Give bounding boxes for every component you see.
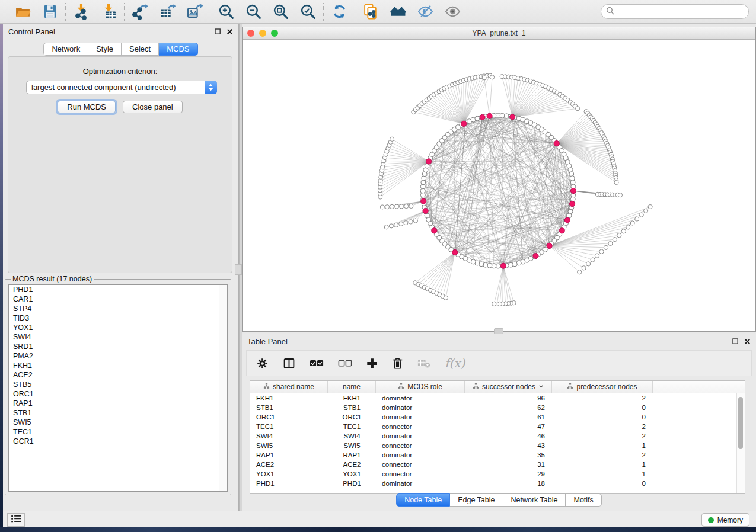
close-window-button[interactable] [247, 30, 254, 37]
table-column-icon [473, 383, 479, 391]
close-panel-button[interactable]: Close panel [123, 101, 183, 113]
cell-name: ACE2 [328, 460, 376, 469]
delete-table-icon [417, 358, 430, 368]
network-overview-icon[interactable] [390, 4, 406, 20]
cell-shared_name: PHD1 [250, 479, 328, 488]
delete-column-icon[interactable] [392, 357, 403, 370]
close-table-panel-icon[interactable] [744, 338, 751, 345]
column-header-mcds_role[interactable]: MCDS role [376, 381, 465, 393]
tab-network[interactable]: Network [43, 43, 88, 56]
close-panel-icon[interactable] [227, 28, 233, 35]
node-table[interactable]: shared namenameMCDS rolesuccessor nodesp… [250, 380, 745, 494]
column-header-name[interactable]: name [328, 381, 376, 393]
zoom-selected-icon[interactable] [299, 4, 316, 20]
table-row[interactable]: YOX1YOX1connector291 [250, 469, 745, 479]
hide-graphics-details-icon[interactable] [417, 4, 433, 20]
list-item[interactable]: GCR1 [9, 437, 227, 446]
list-item[interactable]: ORC1 [9, 389, 227, 399]
share-document-icon[interactable] [362, 4, 379, 20]
search-box[interactable] [601, 4, 749, 19]
show-graphics-details-icon[interactable] [444, 4, 461, 20]
memory-button[interactable]: Memory [701, 513, 749, 527]
zoom-in-icon[interactable] [218, 4, 234, 20]
list-item[interactable]: RAP1 [9, 399, 227, 408]
tab-motifs[interactable]: Motifs [566, 493, 601, 507]
column-header-predecessor_nodes[interactable]: predecessor nodes [552, 381, 653, 393]
tab-select[interactable]: Select [122, 43, 159, 56]
save-session-icon[interactable] [42, 4, 58, 20]
table-row[interactable]: SWI4SWI4dominator462 [250, 431, 745, 441]
tab-style[interactable]: Style [88, 43, 122, 56]
list-item[interactable]: CAR1 [9, 294, 227, 304]
settings-gear-icon[interactable] [256, 357, 269, 370]
cell-mcds_role: connector [376, 460, 465, 469]
table-scrollbar[interactable] [736, 393, 745, 493]
network-window-titlebar[interactable]: YPA_prune.txt_1 [243, 27, 755, 40]
minimize-window-button[interactable] [259, 30, 266, 37]
column-header-shared_name[interactable]: shared name [250, 381, 328, 393]
mcds-result-list[interactable]: PHD1CAR1STP4TID3YOX1SWI4SRD1PMA2FKH1ACE2… [8, 284, 228, 492]
cell-mcds_role: dominator [376, 393, 465, 403]
cell-successor_nodes: 96 [465, 393, 552, 403]
table-scrollbar-thumb[interactable] [738, 397, 743, 449]
tab-node-table[interactable]: Node Table [396, 493, 450, 507]
list-item[interactable]: FKH1 [9, 361, 227, 370]
network-graph[interactable] [243, 39, 755, 331]
list-item[interactable]: SWI4 [9, 332, 227, 342]
export-image-icon[interactable] [186, 4, 203, 20]
float-table-panel-icon[interactable] [732, 338, 739, 345]
zoom-fit-icon[interactable] [272, 4, 289, 20]
export-table-icon[interactable] [159, 4, 176, 20]
column-layout-icon[interactable] [283, 357, 295, 370]
list-item[interactable]: STB5 [9, 380, 227, 389]
cell-name: PHD1 [328, 479, 376, 488]
cell-predecessor_nodes: 2 [552, 393, 653, 403]
cell-mcds_role: dominator [376, 431, 465, 441]
list-item[interactable]: SWI5 [9, 418, 227, 427]
optimization-criterion-select[interactable]: largest connected component (undirected) [26, 81, 217, 94]
list-item[interactable]: PMA2 [9, 351, 227, 361]
zoom-out-icon[interactable] [245, 4, 261, 20]
import-network-icon[interactable] [73, 4, 90, 20]
add-column-icon[interactable] [366, 358, 378, 369]
search-input[interactable] [618, 7, 744, 17]
mcds-list-scrollbar[interactable] [219, 285, 227, 491]
table-row[interactable]: PHD1PHD1dominator180 [250, 479, 745, 488]
tab-mcds[interactable]: MCDS [159, 43, 197, 56]
list-item[interactable]: TEC1 [9, 427, 227, 437]
deselect-all-icon[interactable] [338, 359, 352, 368]
cell-successor_nodes: 43 [465, 441, 552, 450]
list-item[interactable]: TID3 [9, 313, 227, 323]
list-item[interactable]: STB1 [9, 408, 227, 418]
table-row[interactable]: RAP1RAP1dominator352 [250, 450, 745, 460]
list-item[interactable]: YOX1 [9, 323, 227, 332]
list-item[interactable]: ACE2 [9, 370, 227, 380]
table-row[interactable]: ORC1ORC1dominator610 [250, 412, 745, 422]
list-item[interactable]: STP4 [9, 304, 227, 313]
list-item[interactable]: PHD1 [9, 285, 227, 294]
table-row[interactable]: FKH1FKH1dominator962 [250, 393, 745, 403]
cell-shared_name: YOX1 [250, 469, 328, 479]
table-row[interactable]: TEC1TEC1connector472 [250, 422, 745, 431]
column-header-successor_nodes[interactable]: successor nodes [465, 381, 552, 393]
cell-name: RAP1 [328, 450, 376, 460]
select-all-icon[interactable] [310, 359, 324, 368]
import-table-icon[interactable] [100, 4, 117, 20]
command-panel-button[interactable] [7, 513, 25, 527]
export-network-icon[interactable] [132, 4, 148, 20]
table-row[interactable]: ACE2ACE2connector311 [250, 460, 745, 469]
vertical-splitter-grip[interactable] [235, 264, 242, 275]
open-file-icon[interactable] [14, 4, 31, 20]
list-item[interactable]: SRD1 [9, 342, 227, 351]
table-row[interactable]: STB1STB1dominator620 [250, 403, 745, 412]
maximize-window-button[interactable] [271, 30, 278, 37]
float-panel-icon[interactable] [215, 28, 221, 35]
cell-name: STB1 [328, 403, 376, 412]
run-mcds-button[interactable]: Run MCDS [58, 101, 116, 113]
table-row[interactable]: SWI5SWI5connector431 [250, 441, 745, 450]
column-label: successor nodes [482, 383, 535, 391]
refresh-view-icon[interactable] [331, 4, 347, 20]
tab-network-table[interactable]: Network Table [503, 493, 566, 507]
tab-edge-table[interactable]: Edge Table [450, 493, 503, 507]
cell-predecessor_nodes: 1 [552, 441, 653, 450]
